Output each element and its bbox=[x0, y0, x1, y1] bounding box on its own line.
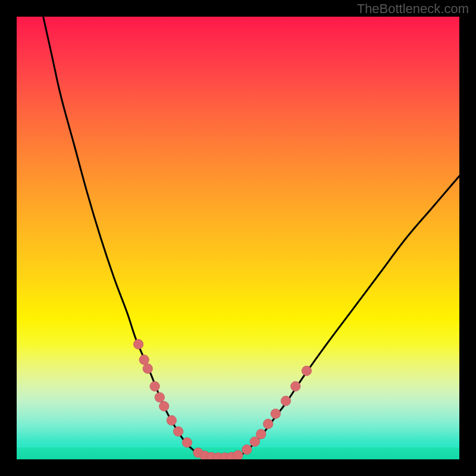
plot-area bbox=[17, 17, 459, 459]
data-dot bbox=[271, 409, 280, 418]
data-dot bbox=[302, 366, 311, 375]
data-dot bbox=[155, 393, 164, 402]
data-dot bbox=[263, 419, 273, 428]
data-dot bbox=[139, 355, 149, 364]
data-dot bbox=[173, 427, 183, 436]
data-dot bbox=[256, 429, 265, 439]
data-dot bbox=[167, 415, 176, 425]
v-curve bbox=[43, 17, 459, 459]
watermark-text: TheBottleneck.com bbox=[357, 1, 469, 17]
data-dot bbox=[159, 402, 169, 411]
data-dot bbox=[133, 339, 143, 349]
data-dot bbox=[291, 381, 300, 391]
data-dot bbox=[233, 450, 243, 459]
curve-layer bbox=[17, 17, 459, 459]
data-dot bbox=[242, 444, 252, 454]
data-dot bbox=[143, 364, 152, 373]
data-dot bbox=[150, 381, 159, 391]
data-dot bbox=[281, 396, 290, 406]
data-dot bbox=[182, 438, 192, 447]
chart-container: TheBottleneck.com bbox=[0, 0, 476, 476]
